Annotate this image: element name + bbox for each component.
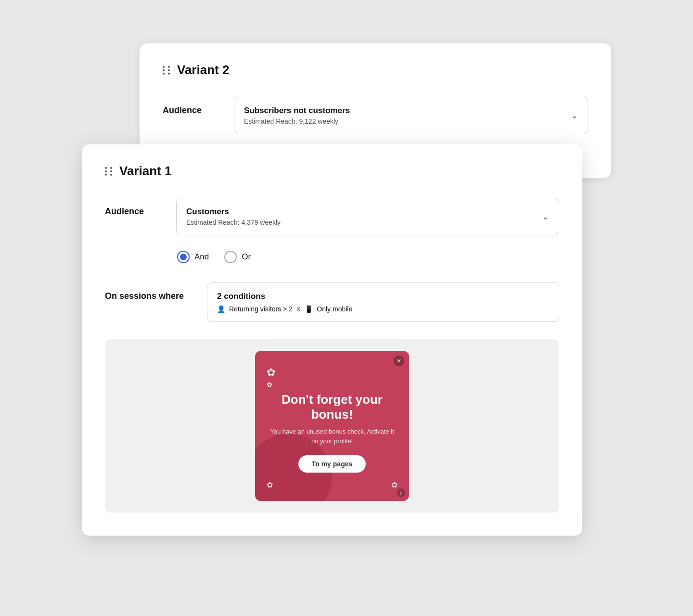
or-label: Or <box>242 252 251 262</box>
popup-preview: ✕ ✿ ✿ Don't forget your bonus! You have … <box>255 351 409 501</box>
flower-icon-large: ✿ <box>267 366 275 379</box>
variant1-audience-label: Audience <box>105 198 153 217</box>
variant1-title: Variant 1 <box>119 164 171 179</box>
variant2-audience-info: Subscribers not customers Estimated Reac… <box>244 106 350 125</box>
variant1-audience-dropdown[interactable]: Customers Estimated Reach: 4,379 weekly … <box>176 198 559 235</box>
variant1-card: Variant 1 Audience Customers Estimated R… <box>82 144 582 536</box>
variant2-audience-label: Audience <box>163 97 211 116</box>
variant2-header: Variant 2 <box>163 63 588 77</box>
sessions-conditions-dropdown[interactable]: 2 conditions 👤 Returning visitors > 2 & … <box>207 282 559 322</box>
operator-radio-group: And Or <box>177 251 559 263</box>
preview-container: ✕ ✿ ✿ Don't forget your bonus! You have … <box>105 339 559 513</box>
variant1-audience-reach: Estimated Reach: 4,379 weekly <box>186 218 281 226</box>
variant1-audience-row: Audience Customers Estimated Reach: 4,37… <box>105 198 559 235</box>
variant1-header: Variant 1 <box>105 164 559 179</box>
variant2-drag-handle[interactable] <box>163 66 171 75</box>
variant1-chevron-icon: ⌄ <box>542 211 549 222</box>
condition-returning: Returning visitors > 2 <box>229 305 293 313</box>
variant2-audience-reach: Estimated Reach: 9,122 weekly <box>244 117 350 125</box>
or-radio-button[interactable] <box>224 251 237 263</box>
operator-or-option[interactable]: Or <box>224 251 251 263</box>
popup-bottom-flowers: ✿ ✿ <box>267 480 398 489</box>
variant2-title: Variant 2 <box>177 63 229 77</box>
variant2-chevron-icon: ⌄ <box>571 110 578 121</box>
conditions-count: 2 conditions <box>217 292 549 301</box>
condition-mobile: Only mobile <box>317 305 352 313</box>
variant2-audience-name: Subscribers not customers <box>244 106 350 116</box>
popup-top-flowers: ✿ ✿ <box>267 366 398 388</box>
operator-and-option[interactable]: And <box>177 251 209 263</box>
popup-close-button[interactable]: ✕ <box>394 356 404 366</box>
variant2-audience-dropdown[interactable]: Subscribers not customers Estimated Reac… <box>234 97 588 134</box>
popup-subtitle: You have an unused bonus check. Activate… <box>267 427 398 446</box>
variant2-audience-row: Audience Subscribers not customers Estim… <box>163 97 588 134</box>
popup-content: ✿ ✿ Don't forget your bonus! You have an… <box>267 366 398 489</box>
bottom-flower-left: ✿ <box>267 480 273 489</box>
person-icon: 👤 <box>217 305 225 313</box>
popup-title: Don't forget your bonus! <box>267 392 398 422</box>
sessions-row: On sessions where 2 conditions 👤 Returni… <box>105 282 559 322</box>
bottom-flower-right: ✿ <box>391 480 398 489</box>
condition-separator: & <box>296 305 301 313</box>
flower-icon-small: ✿ <box>267 381 275 388</box>
and-label: And <box>194 252 209 262</box>
sessions-label: On sessions where <box>105 282 184 301</box>
conditions-tags: 👤 Returning visitors > 2 & 📱 Only mobile <box>217 305 549 313</box>
and-radio-button[interactable] <box>177 251 190 263</box>
variant1-audience-info: Customers Estimated Reach: 4,379 weekly <box>186 207 281 226</box>
popup-cta-button[interactable]: To my pages <box>298 455 366 473</box>
flower-left: ✿ ✿ <box>267 366 275 388</box>
variant1-drag-handle[interactable] <box>105 167 114 176</box>
variant1-audience-name: Customers <box>186 207 281 217</box>
popup-info-icon[interactable]: i <box>397 488 405 497</box>
mobile-icon: 📱 <box>305 305 313 313</box>
